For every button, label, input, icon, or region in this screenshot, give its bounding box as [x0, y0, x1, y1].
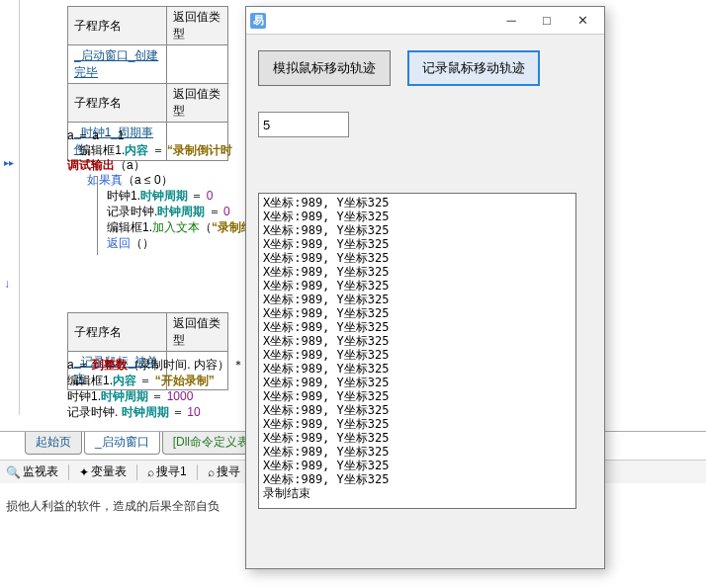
window-body: 模拟鼠标移动轨迹 记录鼠标移动轨迹 X坐标:989, Y坐标325 X坐标:98… [246, 35, 604, 568]
magnifier-icon: 🔍 [6, 465, 21, 479]
th-subname: 子程序名 [68, 313, 167, 352]
simulate-button[interactable]: 模拟鼠标移动轨迹 [258, 50, 391, 86]
minimize-button[interactable]: ─ [493, 9, 529, 33]
vars-icon: ✦ [79, 465, 89, 479]
th-subname: 子程序名 [68, 7, 167, 45]
code-line[interactable]: 记录时钟. 时钟周期 ＝ 10 [67, 405, 201, 420]
code-line[interactable]: 调试输出（a） [67, 158, 145, 173]
search-icon: ⌕ [208, 465, 215, 479]
tab-strip: 起始页 _启动窗口 [Dll命令定义表 [25, 433, 262, 455]
marker-run-icon: ▸▸ [4, 157, 12, 165]
tab-start[interactable]: 起始页 [25, 431, 82, 455]
tool-search-label: 搜寻 [217, 463, 240, 480]
sub-name-1[interactable]: _启动窗口_创建完毕 [68, 45, 167, 84]
titlebar[interactable]: 易 ─ □ ✕ [246, 7, 604, 35]
separator-icon [68, 464, 69, 480]
record-button[interactable]: 记录鼠标移动轨迹 [407, 50, 540, 86]
tool-vars-label: 变量表 [91, 463, 127, 480]
log-textarea[interactable]: X坐标:989, Y坐标325 X坐标:989, Y坐标325 X坐标:989,… [258, 193, 576, 509]
code-line[interactable]: 时钟1.时钟周期 ＝ 0 [107, 189, 213, 204]
code-line[interactable]: a ＝ 到整数（录制时间. 内容） ＊ [67, 358, 244, 373]
code-line[interactable]: 记录时钟.时钟周期 ＝ 0 [107, 205, 230, 219]
code-line[interactable]: '编辑框1.内容 ＝ “录制倒计时 [77, 143, 232, 158]
search-icon: ⌕ [147, 465, 154, 479]
code-line[interactable]: 返回（） [107, 236, 154, 251]
code-line[interactable]: 如果真（a ≤ 0） [87, 173, 173, 188]
close-button[interactable]: ✕ [565, 9, 600, 33]
tool-watch[interactable]: 🔍监视表 [6, 463, 58, 480]
app-icon: 易 [250, 13, 266, 29]
bracket-icon [97, 176, 98, 255]
th-rettype: 返回值类型 [167, 7, 228, 45]
code-line[interactable]: 时钟1.时钟周期 ＝ 1000 [67, 389, 193, 404]
th-rettype: 返回值类型 [167, 313, 228, 352]
code-line[interactable]: 编辑框1.加入文本（“录制结 [107, 220, 253, 235]
sub-table-1: 子程序名返回值类型 _启动窗口_创建完毕 [67, 6, 228, 84]
tool-watch-label: 监视表 [23, 463, 58, 480]
countdown-input[interactable] [258, 112, 349, 137]
tool-search[interactable]: ⌕搜寻 [208, 463, 240, 480]
gutter: ▸▸ ↓ [0, 0, 20, 415]
maximize-button[interactable]: □ [529, 9, 565, 33]
code-line[interactable]: 编辑框1.内容 ＝ “开始录制” [67, 374, 215, 388]
th-subname: 子程序名 [68, 84, 167, 123]
runtime-window: 易 ─ □ ✕ 模拟鼠标移动轨迹 记录鼠标移动轨迹 X坐标:989, Y坐标32… [245, 6, 605, 569]
marker-down-icon: ↓ [4, 277, 10, 291]
ret-1 [167, 45, 228, 84]
code-line[interactable]: a ＝ a － 1 [67, 128, 124, 143]
separator-icon [197, 464, 198, 480]
separator-icon [136, 464, 137, 480]
tool-vars[interactable]: ✦变量表 [79, 463, 127, 480]
tool-search1[interactable]: ⌕搜寻1 [147, 463, 187, 480]
th-rettype: 返回值类型 [167, 84, 228, 123]
tool-search1-label: 搜寻1 [156, 463, 187, 480]
tab-window[interactable]: _启动窗口 [84, 431, 160, 455]
